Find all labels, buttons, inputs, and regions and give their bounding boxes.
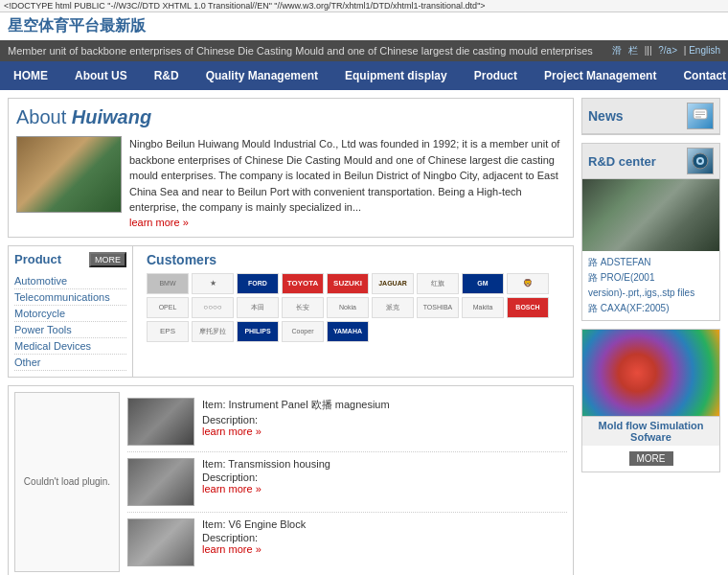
- product-item-motorcycle[interactable]: Motorcycle: [14, 306, 126, 322]
- rd-title: R&D center: [588, 154, 656, 169]
- logo-nokia: Nokia: [327, 297, 369, 318]
- about-learn-more[interactable]: learn more: [129, 217, 189, 228]
- english-link[interactable]: English: [689, 45, 720, 56]
- logo-grid: BMW ★ FORD TOYOTA SUZUKI JAGUAR 红旗 GM 🦁 …: [147, 273, 567, 342]
- doctype-bar: <!DOCTYPE html PUBLIC "-//W3C//DTD XHTML…: [0, 0, 728, 12]
- logo-peugeot: 🦁: [507, 273, 549, 294]
- product-customers-section: Product MORE Automotive Telecommunicatio…: [8, 245, 574, 378]
- logo-jaguar: JAGUAR: [372, 273, 414, 294]
- about-section: About Huiwang Ningbo Beilun Huiwang Moul…: [8, 98, 574, 238]
- customers-box: Customers BMW ★ FORD TOYOTA SUZUKI JAGUA…: [141, 246, 573, 377]
- logo-philips: PHILIPS: [237, 321, 279, 342]
- svg-point-6: [698, 159, 702, 163]
- logo-makita: Makita: [462, 297, 504, 318]
- top-link-3[interactable]: ?/a>: [658, 45, 677, 56]
- news-title: News: [588, 108, 624, 124]
- product-item-automotive[interactable]: Automotive: [14, 273, 126, 289]
- nav-product[interactable]: Product: [461, 61, 531, 90]
- product-title: Product: [14, 252, 61, 266]
- top-link-1[interactable]: 滑: [612, 45, 622, 56]
- rd-icon: [687, 148, 714, 174]
- product-item-medical[interactable]: Medical Devices: [14, 338, 126, 355]
- logo-toshiba: TOSHIBA: [417, 297, 459, 318]
- mold-more-button[interactable]: MORE: [629, 451, 673, 466]
- logo-bosch: BOSCH: [507, 297, 549, 318]
- nav-project[interactable]: Project Management: [531, 61, 670, 90]
- rd-header: R&D center: [582, 144, 719, 179]
- logo-audi: ○○○○: [192, 297, 234, 318]
- item-desc-1: Item: Instrument Panel 欧播 magnesium Desc…: [202, 398, 390, 437]
- news-header: News: [582, 99, 719, 134]
- item-desc-2: Item: Transmission housing Description: …: [202, 458, 330, 494]
- nav-bar: HOME About US R&D Quality Management Equ…: [0, 61, 728, 90]
- item-learn-more-3[interactable]: learn more: [202, 543, 262, 555]
- product-list: Automotive Telecommunications Motorcycle…: [14, 273, 126, 371]
- logo-suzuki: SUZUKI: [327, 273, 369, 294]
- item-image-3: [127, 518, 194, 566]
- item-learn-more-1[interactable]: learn more: [202, 426, 262, 437]
- rd-links: 路 ADSTEFAN 路 PRO/E(2001 version)-.prt,.i…: [582, 251, 719, 320]
- rd-section: R&D center 路 ADSTEFAN 路 PRO/E(2001 versi…: [581, 143, 720, 321]
- mold-section: Mold flow Simulation Sofware MORE: [581, 329, 720, 472]
- item-row-2: Item: Transmission housing Description: …: [127, 452, 567, 513]
- item-row-3: Item: V6 Engine Block Description: learn…: [127, 513, 567, 572]
- product-item-telecom[interactable]: Telecommunications: [14, 289, 126, 306]
- product-box: Product MORE Automotive Telecommunicatio…: [9, 246, 133, 377]
- item-image-2: [127, 458, 194, 506]
- nav-equipment[interactable]: Equipment display: [331, 61, 461, 90]
- nav-quality[interactable]: Quality Management: [193, 61, 331, 90]
- news-icon: [687, 103, 714, 129]
- item-row-1: Item: Instrument Panel 欧播 magnesium Desc…: [127, 392, 567, 452]
- nav-contact[interactable]: Contact US: [670, 61, 728, 90]
- rd-link-2[interactable]: 路 PRO/E(2001 version)-.prt,.igs,.stp fil…: [588, 270, 714, 301]
- news-section: News: [581, 98, 720, 135]
- item-image-1: [127, 398, 194, 446]
- logo-mercedes: ★: [192, 273, 234, 294]
- logo-opel: OPEL: [147, 297, 189, 318]
- nav-about[interactable]: About US: [61, 61, 141, 90]
- logo-bmw: BMW: [147, 273, 189, 294]
- product-header: Product MORE: [14, 252, 126, 267]
- logo-cooper: Cooper: [282, 321, 324, 342]
- logo-yamaha: YAMAHA: [327, 321, 369, 342]
- left-panel: About Huiwang Ningbo Beilun Huiwang Moul…: [8, 98, 574, 575]
- product-item-other[interactable]: Other: [14, 355, 126, 371]
- top-link-2[interactable]: 栏: [628, 45, 638, 56]
- logo-gm: GM: [462, 273, 504, 294]
- logo-hongqi: 红旗: [417, 273, 459, 294]
- item-desc-3: Item: V6 Engine Block Description: learn…: [202, 518, 306, 555]
- nav-rd[interactable]: R&D: [141, 61, 193, 90]
- about-body: Ningbo Beilun Huiwang Mould Industrial C…: [16, 136, 565, 229]
- logo-honda: 本田: [237, 297, 279, 318]
- nav-home[interactable]: HOME: [0, 61, 61, 90]
- rd-link-1[interactable]: 路 ADSTEFAN: [588, 255, 714, 270]
- mold-title: Mold flow Simulation Sofware: [582, 416, 719, 446]
- mold-image: [582, 330, 719, 416]
- main-content: About Huiwang Ningbo Beilun Huiwang Moul…: [0, 90, 728, 575]
- about-image: [16, 136, 122, 213]
- product-more-button[interactable]: MORE: [89, 252, 126, 267]
- item-learn-more-2[interactable]: learn more: [202, 483, 262, 494]
- about-text: Ningbo Beilun Huiwang Mould Industrial C…: [129, 136, 565, 229]
- rd-link-3[interactable]: 路 CAXA(XF:2005): [588, 301, 714, 316]
- logo-toyota: TOYOTA: [282, 273, 324, 294]
- logo-parker: 派克: [372, 297, 414, 318]
- items-list: Item: Instrument Panel 欧播 magnesium Desc…: [127, 392, 567, 572]
- about-title: About Huiwang: [16, 106, 565, 128]
- logo-motorola: 摩托罗拉: [192, 321, 234, 342]
- logo-chana: 长安: [282, 297, 324, 318]
- plugin-placeholder: Couldn't load plugin.: [14, 392, 120, 572]
- info-bar: Member unit of backbone enterprises of C…: [0, 40, 728, 61]
- product-item-power[interactable]: Power Tools: [14, 322, 126, 338]
- right-panel: News R&D center 路 ADSTEFAN 路 PRO/E(2001 …: [581, 98, 720, 575]
- customers-title: Customers: [147, 252, 567, 267]
- logo-ford: FORD: [237, 273, 279, 294]
- site-title: 星空体育平台最新版: [0, 12, 728, 40]
- items-and-plugin-section: Couldn't load plugin. Item: Instrument P…: [8, 385, 574, 576]
- rd-image: [582, 179, 719, 251]
- logo-eps: EPS: [147, 321, 189, 342]
